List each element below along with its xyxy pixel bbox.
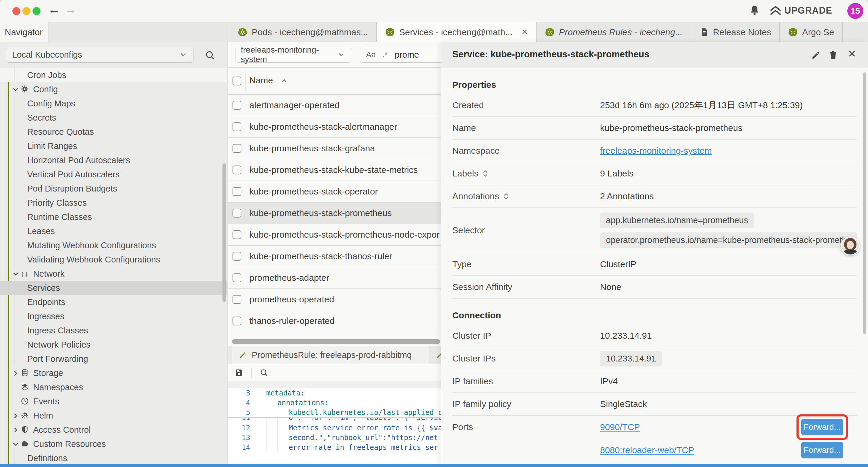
table-row-kube-prometheus-stack-kube-sta[interactable]: kube-prometheus-stack-kube-state-metrics — [228, 159, 441, 181]
row-checkbox[interactable] — [232, 273, 241, 282]
expand-collapse-icon[interactable] — [482, 169, 489, 178]
sort-ascending-icon[interactable] — [280, 77, 288, 85]
regex-toggle[interactable]: .* — [382, 50, 388, 59]
sidebar-item-definitions[interactable]: Definitions — [0, 451, 227, 465]
sidebar-scrollbar-thumb[interactable] — [222, 164, 226, 302]
sidebar-item-config[interactable]: Config — [0, 82, 227, 96]
sidebar-item-endpoints[interactable]: Endpoints — [0, 295, 227, 309]
row-checkbox[interactable] — [232, 166, 241, 174]
sidebar-item-leases[interactable]: Leases — [0, 224, 227, 238]
row-checkbox[interactable] — [232, 317, 241, 325]
sidebar-item-namespaces[interactable]: Namespaces — [0, 380, 227, 394]
chevron-right-icon[interactable] — [12, 426, 20, 434]
save-icon[interactable] — [234, 368, 244, 377]
sidebar-item-port-forwarding[interactable]: Port Forwarding — [0, 352, 227, 366]
sidebar-item-ingress-classes[interactable]: Ingress Classes — [0, 323, 227, 338]
horizontal-scrollbar-thumb[interactable] — [232, 339, 440, 344]
kubeconfig-selector[interactable]: Local Kubeconfigs — [6, 47, 194, 63]
navigator-panel-tab[interactable]: Navigator — [0, 22, 49, 42]
search-input[interactable] — [394, 50, 437, 60]
delete-trash-icon[interactable] — [828, 50, 838, 60]
sidebar-item-horizontal-pod-autoscalers[interactable]: Horizontal Pod Autoscalers — [0, 153, 227, 167]
minimize-window-button[interactable] — [23, 7, 30, 15]
editor-search-icon[interactable] — [259, 368, 269, 377]
table-row-prometheus-operated[interactable]: prometheus-operated — [228, 289, 441, 310]
row-checkbox[interactable] — [232, 230, 241, 239]
sidebar-item-validating-webhook-configurati[interactable]: Validating Webhook Configurations — [0, 253, 227, 267]
upgrade-icon[interactable] — [769, 4, 782, 18]
table-row-kube-prometheus-stack-grafana[interactable]: kube-prometheus-stack-grafana — [228, 138, 441, 159]
sidebar-item-network-policies[interactable]: Network Policies — [0, 338, 227, 352]
sidebar-item-resource-quotas[interactable]: Resource Quotas — [0, 125, 227, 139]
table-row-kube-prometheus-stack-promethe[interactable]: kube-prometheus-stack-prometheus-node-ex… — [228, 224, 441, 245]
row-checkbox[interactable] — [232, 144, 241, 153]
forward-button[interactable]: Forward... — [801, 419, 843, 435]
yaml-editor[interactable]: 3metadata:4annotations:5kubectl.kubernet… — [228, 381, 441, 467]
chevron-down-icon[interactable] — [12, 86, 20, 93]
sidebar-item-limit-ranges[interactable]: Limit Ranges — [0, 139, 227, 153]
tab-services-icecheng-math[interactable]: Services - icecheng@math...✕ — [377, 22, 536, 42]
select-all-checkbox[interactable] — [232, 77, 241, 85]
chevron-down-icon[interactable] — [12, 440, 20, 448]
notifications-bell-icon[interactable] — [748, 4, 761, 17]
drawer-scrollbar-thumb[interactable] — [863, 72, 866, 334]
row-checkbox[interactable] — [232, 209, 241, 217]
table-row-prometheus-adapter[interactable]: prometheus-adapter — [228, 267, 441, 289]
notification-count-badge[interactable]: 15 — [847, 3, 863, 19]
editor-tab-prometheusrule[interactable]: PrometheusRule: freeleaps-prod-rabbitmq — [232, 346, 430, 364]
assistant-avatar[interactable] — [841, 236, 860, 255]
close-drawer-icon[interactable]: ✕ — [848, 48, 857, 60]
sidebar-item-config-maps[interactable]: Config Maps — [0, 96, 227, 111]
table-row-kube-prometheus-stack-alertman[interactable]: kube-prometheus-stack-alertmanager — [228, 116, 441, 138]
port-link[interactable]: 8080:reloader-web/TCP — [600, 445, 694, 455]
forward-button[interactable]: Forward... — [801, 442, 843, 459]
sidebar-item-storage[interactable]: Storage — [0, 366, 227, 380]
table-row-kube-prometheus-stack-operator[interactable]: kube-prometheus-stack-operator — [228, 181, 441, 202]
row-checkbox[interactable] — [232, 252, 241, 261]
sidebar-item-ingresses[interactable]: Ingresses — [0, 309, 227, 323]
match-case-toggle[interactable]: Aa — [366, 50, 376, 59]
expand-collapse-icon[interactable] — [502, 192, 509, 201]
edit-pencil-icon[interactable] — [811, 50, 821, 60]
close-tab-icon[interactable]: ✕ — [522, 28, 528, 37]
table-row-alertmanager-operated[interactable]: alertmanager-operated — [228, 95, 441, 116]
zoom-window-button[interactable] — [32, 7, 40, 15]
sidebar-item-secrets[interactable]: Secrets — [0, 111, 227, 125]
table-row-thanos-ruler-operated[interactable]: thanos-ruler-operated — [228, 310, 441, 332]
sidebar-item-mutating-webhook-configuration[interactable]: Mutating Webhook Configurations — [0, 238, 227, 253]
tab-pods-icecheng-mathmas[interactable]: Pods - icecheng@mathmas... — [229, 22, 377, 42]
chevron-down-icon[interactable] — [12, 270, 20, 278]
namespace-filter-dropdown[interactable]: freeleaps-monitoring-system — [235, 47, 351, 63]
sidebar-item-access-control[interactable]: Access Control — [0, 423, 227, 437]
table-row-kube-prometheus-stack-thanos-r[interactable]: kube-prometheus-stack-thanos-ruler — [228, 245, 441, 267]
detail-value-link[interactable]: freeleaps-monitoring-system — [600, 146, 857, 156]
row-checkbox[interactable] — [232, 187, 241, 196]
back-button[interactable]: ← — [48, 2, 60, 17]
editor-tab-next[interactable] — [430, 346, 441, 364]
tab-prometheus-rules-icecheng[interactable]: Prometheus Rules - icecheng... — [536, 22, 691, 42]
sidebar-item-vertical-pod-autoscalers[interactable]: Vertical Pod Autoscalers — [0, 167, 227, 181]
sidebar-item-events[interactable]: Events — [0, 394, 227, 408]
sidebar-item-pod-disruption-budgets[interactable]: Pod Disruption Budgets — [0, 181, 227, 196]
tab-release-notes[interactable]: Release Notes — [691, 22, 780, 42]
sidebar-item-runtime-classes[interactable]: Runtime Classes — [0, 210, 227, 224]
sidebar-item-services[interactable]: Services — [0, 281, 227, 295]
table-row-kube-prometheus-stack-promethe[interactable]: kube-prometheus-stack-prometheus — [228, 202, 441, 224]
chevron-right-icon[interactable] — [12, 370, 20, 377]
row-checkbox[interactable] — [232, 122, 241, 131]
forward-button[interactable]: → — [64, 2, 77, 17]
port-link[interactable]: 9090/TCP — [600, 422, 640, 432]
tab-argo-se[interactable]: Argo Se — [780, 22, 843, 42]
sidebar-item-priority-classes[interactable]: Priority Classes — [0, 196, 227, 210]
chevron-right-icon[interactable] — [12, 412, 20, 420]
sidebar-item-cron-jobs[interactable]: Cron Jobs — [0, 68, 227, 82]
sidebar-item-custom-resources[interactable]: Custom Resources — [0, 437, 227, 451]
sidebar-item-network[interactable]: ↑↓Network — [0, 267, 227, 281]
upgrade-button[interactable]: UPGRADE — [784, 5, 832, 16]
close-window-button[interactable] — [12, 7, 20, 15]
sidebar-search-icon[interactable] — [205, 50, 216, 61]
row-checkbox[interactable] — [232, 295, 241, 304]
sidebar-item-helm[interactable]: Helm — [0, 408, 227, 423]
name-column-header[interactable]: Name — [249, 76, 273, 85]
row-checkbox[interactable] — [232, 101, 241, 110]
